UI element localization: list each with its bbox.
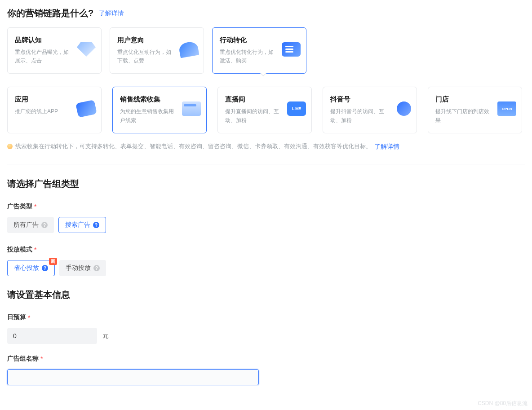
card-desc: 推广您的线上APP	[15, 107, 73, 116]
ad-type-row: 所有广告 ? 搜索广告 ?	[7, 217, 525, 233]
card-desc: 重点优化转化行为，如激活、购买	[220, 48, 278, 65]
budget-input[interactable]	[7, 328, 97, 344]
section-marketing-path: 你的营销链路是什么? 了解详情 品牌认知 重点优化产品曝光，如展示、点击 用户意…	[7, 7, 525, 151]
card-brand-awareness[interactable]: 品牌认知 重点优化产品曝光，如展示、点击	[7, 27, 102, 74]
help-icon[interactable]: ?	[93, 222, 99, 228]
app-icon	[75, 100, 97, 118]
card-user-intent[interactable]: 用户意向 重点优化互动行为，如下载、点赞	[110, 27, 204, 74]
card-douyin[interactable]: 抖音号 提升抖音号的访问、互动、加粉	[323, 87, 417, 133]
opt-manual-mode[interactable]: 手动投放 ?	[59, 260, 106, 276]
shop-icon: OPEN	[497, 101, 516, 116]
hint-row: 线索收集在行动转化下，可支持多转化、表单提交、智能电话、有效咨询、留咨咨询、微信…	[7, 141, 525, 151]
bulb-icon	[7, 144, 13, 149]
section-title: 请选择广告组类型	[7, 178, 525, 190]
learn-more-link[interactable]: 了解详情	[99, 9, 124, 18]
live-icon: LIVE	[287, 101, 306, 116]
card-action-conversion[interactable]: 行动转化 重点优化转化行为，如激活、购买	[212, 27, 306, 74]
list-icon	[282, 42, 301, 57]
card-desc: 为您的生意销售收集用户线索	[120, 107, 178, 124]
hint-link[interactable]: 了解详情	[374, 141, 399, 151]
diamond-icon	[77, 42, 96, 57]
budget-row: 元	[7, 328, 525, 344]
hint-text: 线索收集在行动转化下，可支持多转化、表单提交、智能电话、有效咨询、留咨咨询、微信…	[15, 142, 372, 151]
card-store[interactable]: 门店 提升线下门店的到店效果 OPEN	[428, 87, 522, 133]
card-desc: 重点优化互动行为，如下载、点赞	[117, 48, 176, 65]
opt-smart-mode[interactable]: 省心投放 ? 新	[7, 260, 55, 276]
opt-all-ads[interactable]: 所有广告 ?	[7, 217, 54, 233]
card-desc: 提升抖音号的访问、互动、加粉	[330, 107, 389, 124]
card-desc: 提升直播间的访问、互动、加粉	[225, 107, 284, 124]
ad-type-label: 广告类型*	[7, 203, 525, 211]
path-card-row: 品牌认知 重点优化产品曝光，如展示、点击 用户意向 重点优化互动行为，如下载、点…	[7, 27, 525, 74]
section-basic-info: 请设置基本信息 日预算* 元 广告组名称*	[7, 289, 525, 385]
ad-group-name-input[interactable]	[7, 369, 259, 385]
card-live[interactable]: 直播间 提升直播间的访问、互动、加粉 LIVE	[217, 87, 312, 133]
watermark: CSDN @80后信息流	[478, 400, 528, 405]
arrow-down-icon	[260, 73, 267, 76]
douyin-icon	[397, 101, 411, 116]
section-ad-group-type: 请选择广告组类型 广告类型* 所有广告 ? 搜索广告 ? 投放模式* 省心投放 …	[7, 178, 525, 276]
name-row	[7, 369, 525, 385]
new-badge: 新	[49, 258, 57, 265]
card-app[interactable]: 应用 推广您的线上APP	[7, 87, 102, 133]
form-card-icon	[182, 101, 201, 116]
mode-label: 投放模式*	[7, 246, 525, 254]
card-lead-collection[interactable]: 销售线索收集 为您的生意销售收集用户线索	[112, 87, 207, 133]
card-desc: 提升线下门店的到店效果	[435, 107, 494, 124]
name-label: 广告组名称*	[7, 355, 525, 363]
section-title: 你的营销链路是什么?	[7, 7, 93, 19]
budget-label: 日预算*	[7, 313, 525, 322]
budget-unit: 元	[102, 332, 109, 340]
card-title: 抖音号	[330, 95, 409, 104]
help-icon[interactable]: ?	[41, 222, 48, 228]
section-head: 你的营销链路是什么? 了解详情	[7, 7, 525, 19]
divider	[7, 164, 525, 164]
section-title: 请设置基本信息	[7, 289, 525, 301]
sub-card-row: 应用 推广您的线上APP 销售线索收集 为您的生意销售收集用户线索 直播间 提升…	[7, 87, 525, 133]
opt-search-ads[interactable]: 搜索广告 ?	[58, 217, 106, 233]
card-desc: 重点优化产品曝光，如展示、点击	[15, 48, 73, 65]
mode-row: 省心投放 ? 新 手动投放 ?	[7, 260, 525, 276]
help-icon[interactable]: ?	[93, 265, 100, 271]
help-icon[interactable]: ?	[42, 265, 48, 271]
